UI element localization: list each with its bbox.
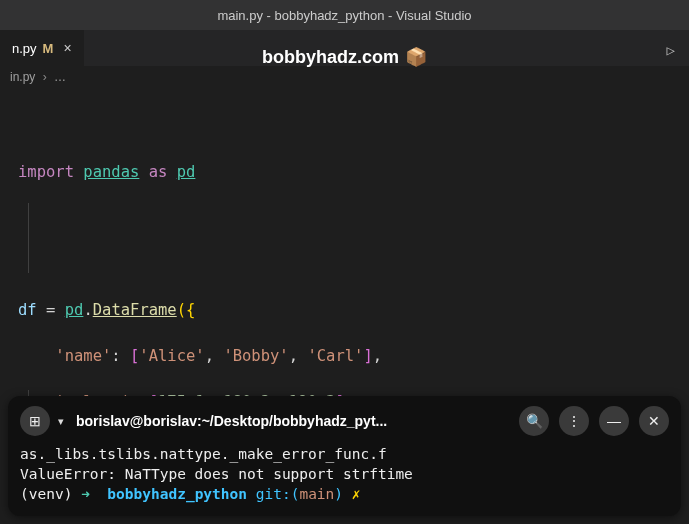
terminal-output[interactable]: as._libs.tslibs.nattype._make_error_func… (20, 444, 669, 504)
terminal-minimize-button[interactable]: — (599, 406, 629, 436)
terminal-toolbar: ⊞ ▾ borislav@borislav:~/Desktop/bobbyhad… (20, 406, 669, 436)
breadcrumb-file: in.py (10, 70, 35, 84)
terminal-line: ValueError: NaTType does not support str… (20, 466, 413, 482)
terminal-panel: ⊞ ▾ borislav@borislav:~/Desktop/bobbyhad… (8, 396, 681, 516)
prompt-arrow-icon: ➜ (81, 486, 90, 502)
terminal-search-button[interactable]: 🔍 (519, 406, 549, 436)
play-icon: ▷ (667, 42, 675, 58)
window-titlebar: main.py - bobbyhadz_python - Visual Stud… (0, 0, 689, 30)
code-line: import pandas as pd (18, 161, 689, 184)
new-tab-icon: ⊞ (29, 413, 41, 429)
breadcrumb-more: … (54, 70, 66, 84)
minimize-icon: — (607, 413, 621, 429)
code-line: df = pd.DataFrame({ (18, 299, 689, 322)
terminal-line: as._libs.tslibs.nattype._make_error_func… (20, 446, 387, 462)
prompt-path: bobbyhadz_python (107, 486, 247, 502)
editor-tab-main[interactable]: n.py M × (0, 30, 84, 66)
window-title: main.py - bobbyhadz_python - Visual Stud… (217, 8, 471, 23)
prompt-git: git:( (256, 486, 300, 502)
code-line: 'name': ['Alice', 'Bobby', 'Carl'], (18, 345, 689, 368)
prompt-git-close: ) (334, 486, 343, 502)
tab-filename: n.py (12, 41, 37, 56)
menu-icon: ⋮ (567, 413, 581, 429)
search-icon: 🔍 (526, 413, 543, 429)
prompt-venv: (venv) (20, 486, 72, 502)
tab-modified-indicator: M (43, 41, 54, 56)
new-tab-button[interactable]: ⊞ (20, 406, 50, 436)
run-button[interactable]: ▷ (667, 42, 675, 58)
chevron-down-icon[interactable]: ▾ (58, 415, 64, 428)
prompt-branch: main (299, 486, 334, 502)
dirty-icon: ✗ (352, 486, 361, 502)
terminal-close-button[interactable]: ✕ (639, 406, 669, 436)
chevron-right-icon: › (43, 70, 47, 84)
terminal-title: borislav@borislav:~/Desktop/bobbyhadz_py… (76, 413, 511, 429)
indent-guide (28, 203, 29, 273)
code-line (18, 253, 689, 276)
terminal-menu-button[interactable]: ⋮ (559, 406, 589, 436)
close-icon: ✕ (648, 413, 660, 429)
tab-bar: n.py M × (0, 30, 689, 66)
breadcrumb[interactable]: in.py › … (0, 66, 689, 88)
code-line (18, 207, 689, 230)
close-icon[interactable]: × (59, 40, 75, 56)
